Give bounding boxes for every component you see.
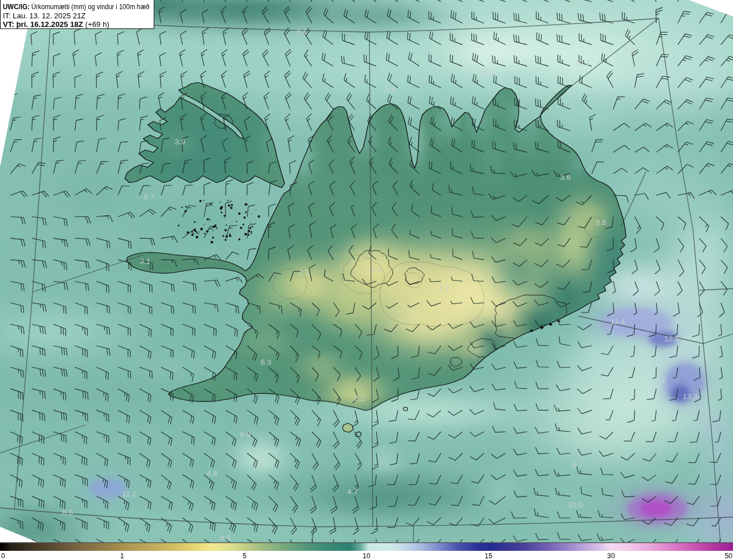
svg-text:9.8: 9.8 xyxy=(385,85,396,94)
svg-text:10.9: 10.9 xyxy=(575,58,590,67)
svg-text:9.5: 9.5 xyxy=(220,534,231,542)
svg-text:10.0: 10.0 xyxy=(568,500,583,509)
svg-text:7.4: 7.4 xyxy=(624,46,635,54)
svg-text:6.9: 6.9 xyxy=(240,430,251,439)
svg-text:1.2: 1.2 xyxy=(439,285,450,293)
svg-text:0: 0 xyxy=(1,552,5,560)
svg-text:8.6: 8.6 xyxy=(62,508,73,516)
svg-text:UWC/IG: Úrkomumætti (mm) og vi: UWC/IG: Úrkomumætti (mm) og vindur i 100… xyxy=(3,2,149,11)
svg-text:3.9: 3.9 xyxy=(175,137,186,146)
svg-text:13.3: 13.3 xyxy=(683,392,697,401)
svg-text:3.8: 3.8 xyxy=(596,218,606,227)
svg-text:15: 15 xyxy=(484,552,492,560)
svg-text:11.4: 11.4 xyxy=(610,317,625,326)
svg-text:10.0: 10.0 xyxy=(479,69,494,77)
svg-text:5: 5 xyxy=(243,552,247,560)
svg-text:50: 50 xyxy=(725,552,733,560)
svg-text:4.8: 4.8 xyxy=(207,469,218,478)
svg-text:VT: þri. 16.12.2025 18Z (+69 h: VT: þri. 16.12.2025 18Z (+69 h) xyxy=(3,20,109,29)
svg-text:2.1: 2.1 xyxy=(298,268,309,277)
svg-text:12.5: 12.5 xyxy=(664,334,679,343)
svg-text:3.2: 3.2 xyxy=(354,394,365,403)
svg-text:3.6: 3.6 xyxy=(560,173,571,182)
svg-text:6.3: 6.3 xyxy=(261,358,271,366)
svg-text:1: 1 xyxy=(120,552,124,560)
svg-text:30: 30 xyxy=(607,552,615,560)
svg-text:IT: Lau. 13. 12. 2025 21Z: IT: Lau. 13. 12. 2025 21Z xyxy=(3,11,86,20)
svg-text:7.6: 7.6 xyxy=(656,376,667,385)
svg-text:3.1: 3.1 xyxy=(140,257,151,266)
svg-text:4.7: 4.7 xyxy=(347,487,358,496)
svg-text:6.7: 6.7 xyxy=(144,192,155,201)
svg-text:10: 10 xyxy=(362,552,371,560)
svg-text:11.2: 11.2 xyxy=(122,490,136,498)
svg-text:6.1: 6.1 xyxy=(297,27,308,36)
svg-text:1.4: 1.4 xyxy=(371,265,382,274)
svg-text:6.7: 6.7 xyxy=(572,460,583,469)
